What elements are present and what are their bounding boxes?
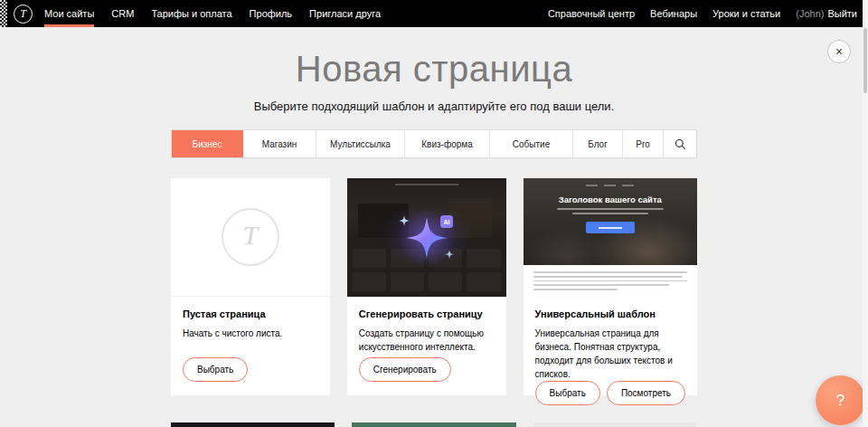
secondary-menu: Справочный центр Вебинары Уроки и статьи… — [548, 8, 868, 19]
choose-universal-button[interactable]: Выбрать — [535, 381, 600, 405]
card-ai-generate: AI Сгенерировать страницу Создать страни… — [347, 178, 506, 395]
card-description: Универсальная страница для бизнеса. Поня… — [535, 327, 685, 381]
text-placeholder — [557, 208, 664, 210]
nav-profile[interactable]: Профиль — [250, 0, 293, 27]
card-title: Сгенерировать страницу — [359, 308, 495, 319]
text-placeholder — [533, 271, 687, 273]
top-nav: T Мои сайты CRM Тарифы и оплата Профиль … — [0, 0, 868, 27]
tilda-mark-letter: T — [243, 220, 259, 251]
tab-quiz-form[interactable]: Квиз-форма — [405, 130, 490, 157]
blank-template-preview[interactable]: T — [171, 178, 330, 297]
card-title: Универсальный шаблон — [535, 308, 685, 319]
tilda-mark-circle: T — [222, 208, 279, 266]
question-icon: ? — [836, 392, 844, 410]
nav-tariffs[interactable]: Тарифы и оплата — [151, 0, 231, 27]
ai-template-preview[interactable]: AI — [347, 178, 506, 297]
template-category-tabs: Бизнес Магазин Мультиссылка Квиз-форма С… — [171, 129, 697, 158]
nav-my-sites[interactable]: Мои сайты — [44, 0, 94, 27]
tab-multilink[interactable]: Мультиссылка — [316, 130, 405, 157]
tilda-logo-letter: T — [20, 7, 26, 21]
template-preview-partial[interactable] — [171, 422, 335, 427]
account-area: (John) Выйти — [796, 8, 857, 19]
user-name: (John) — [796, 8, 824, 19]
preview-universal-button[interactable]: Посмотреть — [607, 381, 685, 405]
page-subtitle: Выберите подходящий шаблон и адаптируйте… — [0, 100, 868, 113]
generate-button[interactable]: Сгенерировать — [359, 357, 451, 382]
tab-shop[interactable]: Магазин — [243, 130, 316, 157]
search-icon — [675, 138, 686, 150]
choose-blank-button[interactable]: Выбрать — [183, 357, 248, 382]
scrollbar-thumb[interactable] — [863, 28, 867, 93]
new-page-dialog: T Мои сайты CRM Тарифы и оплата Профиль … — [0, 0, 868, 427]
tab-business[interactable]: Бизнес — [172, 130, 243, 157]
tab-pro[interactable]: Pro — [623, 130, 664, 157]
help-button[interactable]: ? — [816, 375, 865, 425]
card-title: Пустая страница — [183, 308, 318, 319]
preview-topbar-placeholder — [524, 178, 697, 186]
screen-edge-pattern — [0, 0, 7, 27]
nav-crm[interactable]: CRM — [111, 0, 134, 27]
close-button[interactable]: × — [827, 40, 851, 63]
text-placeholder — [533, 284, 669, 286]
nav-webinars[interactable]: Вебинары — [650, 8, 697, 19]
card-blank-page: T Пустая страница Начать с чистого листа… — [171, 178, 330, 395]
text-placeholder — [533, 276, 683, 278]
tab-search[interactable] — [664, 130, 696, 157]
template-preview-partial[interactable] — [352, 422, 515, 427]
preview-cta-button — [586, 222, 635, 233]
menu-dash — [604, 185, 616, 186]
preview-hero: Заголовок вашего сайта — [524, 178, 697, 265]
text-placeholder — [533, 280, 687, 282]
tab-event[interactable]: Событие — [490, 130, 573, 157]
template-preview-partial[interactable] — [533, 422, 697, 427]
scrollbar[interactable] — [863, 0, 868, 427]
page-title: Новая страница — [0, 27, 868, 89]
close-icon: × — [835, 44, 843, 59]
preview-text-section — [524, 265, 697, 297]
nav-lessons[interactable]: Уроки и статьи — [712, 8, 780, 19]
main-menu: Мои сайты CRM Тарифы и оплата Профиль Пр… — [44, 0, 398, 27]
nav-invite-friend[interactable]: Пригласи друга — [309, 0, 381, 27]
preview-header-placeholder — [395, 184, 458, 185]
preview-hero-title: Заголовок вашего сайта — [524, 195, 697, 204]
ai-badge: AI — [443, 219, 449, 225]
card-universal-template: Заголовок вашего сайта Универсальный шаб… — [524, 178, 697, 395]
template-row-2 — [171, 422, 697, 427]
nav-help-center[interactable]: Справочный центр — [548, 8, 635, 19]
universal-template-preview[interactable]: Заголовок вашего сайта — [524, 178, 697, 297]
tilda-logo[interactable]: T — [14, 5, 33, 24]
menu-dash — [622, 185, 634, 186]
ai-sparkle-icon: AI — [386, 208, 467, 268]
card-description: Создать страницу с помощью искусственног… — [359, 327, 495, 354]
template-cards: T Пустая страница Начать с чистого листа… — [171, 178, 697, 395]
logout-link[interactable]: Выйти — [827, 8, 857, 19]
text-placeholder — [572, 213, 648, 214]
menu-dash — [586, 185, 598, 186]
tab-blog[interactable]: Блог — [573, 130, 623, 157]
text-placeholder — [533, 289, 618, 290]
card-description: Начать с чистого листа. — [183, 327, 318, 340]
